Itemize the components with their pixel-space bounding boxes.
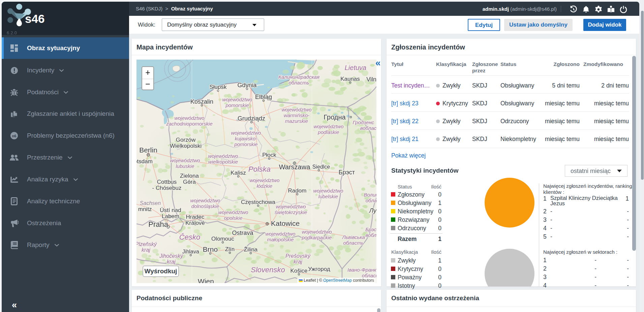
svg-text:łódzkie: łódzkie — [257, 183, 273, 189]
svg-text:Gorzów: Gorzów — [176, 137, 196, 143]
svg-text:podlaskie: podlaskie — [317, 129, 339, 135]
svg-text:kujawsko-: kujawsko- — [235, 136, 257, 141]
svg-text:pomorskie: pomorskie — [234, 141, 257, 147]
svg-text:Polska: Polska — [248, 165, 271, 173]
svg-text:lubuskie: lubuskie — [176, 163, 194, 169]
svg-text:область: область — [288, 80, 309, 85]
svg-text:Волинсь: Волинсь — [364, 192, 376, 198]
svg-text:Kaunas: Kaunas — [340, 76, 360, 82]
svg-text:otsdam: otsdam — [136, 158, 153, 165]
svg-text:pomorskie: pomorskie — [225, 102, 249, 108]
svg-text:województwo: województwo — [208, 153, 238, 159]
svg-text:Гродзенс: Гродзенс — [353, 119, 374, 125]
svg-text:Jihočeský: Jihočeský — [159, 253, 183, 259]
svg-text:województwo: województwo — [174, 115, 204, 121]
svg-text:Cottbus: Cottbus — [157, 179, 177, 185]
svg-text:województwo: województwo — [281, 107, 311, 112]
svg-text:Брэс: Брэс — [365, 227, 376, 232]
svg-text:Калининградская: Калининградская — [278, 74, 319, 80]
svg-text:област: област — [366, 198, 376, 203]
svg-text:Wien: Wien — [198, 277, 214, 283]
svg-text:województwo: województwo — [249, 177, 279, 183]
svg-text:wielkopolskie: wielkopolskie — [208, 159, 238, 165]
svg-text:województwo: województwo — [265, 231, 295, 237]
svg-text:Gdynia: Gdynia — [237, 82, 257, 89]
svg-text:Hradec: Hradec — [186, 214, 205, 220]
svg-text:Sachsen: Sachsen — [140, 200, 161, 206]
svg-text:Warszawa: Warszawa — [279, 163, 310, 171]
svg-text:województwo: województwo — [313, 124, 343, 129]
svg-text:Plzeňský: Plzeňský — [136, 241, 157, 247]
svg-text:воблас: воблас — [360, 125, 376, 131]
svg-text:Zielona: Zielona — [180, 173, 199, 179]
svg-text:Брэст: Брэст — [339, 169, 355, 176]
svg-text:Katowice: Katowice — [271, 219, 300, 227]
svg-text:mnitz: mnitz — [138, 206, 152, 212]
svg-text:Žilina: Žilina — [244, 246, 258, 253]
svg-text:Labem: Labem — [162, 213, 179, 219]
svg-text:Ostrava: Ostrava — [232, 230, 253, 236]
svg-text:Гродна: Гродна — [324, 113, 346, 121]
svg-text:Wielkopolski: Wielkopolski — [170, 143, 202, 149]
svg-text:Kalisz: Kalisz — [231, 170, 246, 176]
svg-text:Slovensko: Slovensko — [251, 266, 285, 274]
svg-text:Česko: Česko — [179, 233, 200, 241]
svg-text:kraj: kraj — [294, 259, 302, 265]
svg-text:область: область — [343, 240, 364, 246]
svg-text:opolskie: opolskie — [224, 215, 242, 221]
svg-text:podkarpackie: podkarpackie — [301, 235, 332, 240]
svg-text:województwo: województwo — [170, 158, 200, 163]
svg-text:Praha: Praha — [148, 220, 168, 229]
svg-text:kraj: kraj — [167, 259, 176, 265]
svg-text:województwo: województwo — [276, 204, 306, 209]
svg-text:województwo: województwo — [302, 229, 332, 235]
svg-text:Płock: Płock — [262, 152, 276, 158]
svg-text:Radom: Radom — [288, 187, 307, 194]
svg-text:województwo: województwo — [218, 209, 248, 215]
svg-text:Ústí nad: Ústí nad — [160, 207, 181, 213]
svg-text:Elbląg: Elbląg — [255, 94, 272, 100]
svg-text:Słupsk: Słupsk — [209, 84, 227, 90]
svg-text:Lietuva: Lietuva — [345, 64, 367, 71]
svg-text:kraj: kraj — [142, 247, 150, 253]
svg-text:- Chósebuz: - Chósebuz — [152, 185, 182, 191]
svg-text:Лу: Лу — [369, 207, 376, 214]
svg-text:n6: n6 — [12, 134, 17, 138]
svg-text:Львівська: Львівська — [342, 234, 365, 240]
svg-text:Košice: Košice — [290, 268, 307, 274]
svg-text:zachodniopomorskie: zachodniopomorskie — [166, 121, 213, 127]
svg-text:województwo: województwo — [231, 130, 261, 136]
svg-text:Králové: Králové — [185, 220, 205, 226]
svg-text:Zlín: Zlín — [225, 246, 235, 252]
svg-text:Brno: Brno — [203, 245, 218, 253]
svg-text:Koszalin: Koszalin — [190, 98, 213, 105]
svg-text:Івано-Франківс: Івано-Франківс — [347, 267, 376, 273]
svg-text:Prešovský: Prešovský — [285, 253, 311, 259]
svg-text:Olomouc: Olomouc — [211, 236, 235, 242]
svg-text:Jihlava: Jihlava — [182, 249, 199, 254]
svg-text:lubelskie: lubelskie — [318, 194, 338, 199]
svg-text:вобл: вобл — [366, 232, 376, 238]
svg-text:Ужгород: Ужгород — [308, 266, 330, 272]
svg-text:Siedlce: Siedlce — [312, 164, 330, 170]
svg-text:małopolskie: małopolskie — [267, 237, 294, 242]
svg-text:województwo: województwo — [190, 198, 220, 203]
svg-text:warmińsko-: warmińsko- — [284, 112, 310, 118]
svg-text:Berlin: Berlin — [139, 146, 157, 154]
svg-text:Góra: Góra — [183, 179, 196, 185]
svg-text:Grudziądz: Grudziądz — [238, 115, 265, 122]
svg-text:dolnośląskie: dolnośląskie — [191, 203, 219, 209]
svg-text:mazurskie: mazurskie — [285, 118, 308, 124]
svg-text:województwo: województwo — [222, 97, 252, 102]
svg-text:województwo: województwo — [313, 188, 343, 194]
svg-text:świętokrzyskie: świętokrzyskie — [275, 209, 307, 215]
svg-text:Viln: Viln — [366, 76, 376, 83]
svg-text:Częstochowa: Częstochowa — [241, 199, 276, 205]
